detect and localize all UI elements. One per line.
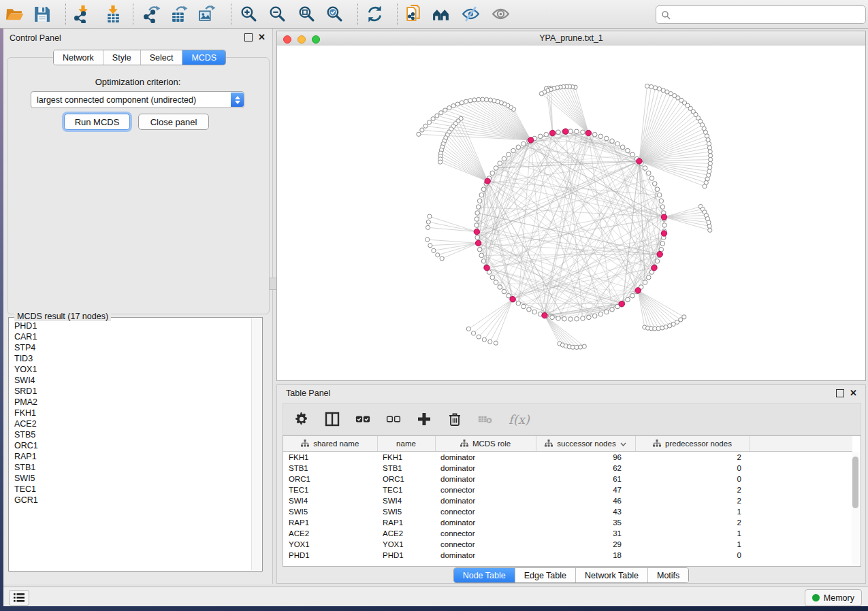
mcds-node-item[interactable]: ACE2 [10, 418, 251, 429]
zoom-in-icon[interactable] [240, 5, 258, 23]
run-mcds-button[interactable]: Run MCDS [64, 114, 130, 130]
table-cell [750, 528, 852, 539]
search-input[interactable] [673, 7, 865, 22]
table-cell: SWI5 [377, 506, 435, 517]
mcds-node-item[interactable]: CAR1 [10, 331, 251, 342]
export-network-icon[interactable] [143, 5, 161, 23]
zoom-out-icon[interactable] [268, 5, 287, 23]
delete-column-icon[interactable] [447, 412, 462, 427]
zoom-selected-icon[interactable] [325, 5, 344, 23]
select-all-icon[interactable] [355, 412, 370, 427]
save-session-icon[interactable] [33, 5, 51, 23]
column-header-predecessor-nodes[interactable]: predecessor nodes [635, 436, 750, 452]
mcds-node-item[interactable]: PHD1 [10, 320, 251, 331]
column-header-name[interactable]: name [377, 436, 435, 452]
table-options-icon[interactable] [294, 412, 309, 427]
table-scrollbar-thumb[interactable] [852, 457, 858, 508]
table-cell: 0 [635, 463, 750, 474]
mcds-node-item[interactable]: ORC1 [10, 440, 251, 451]
first-neighbors-icon[interactable] [432, 5, 450, 23]
table-cell: ACE2 [377, 528, 435, 539]
table-cell: dominator [435, 474, 536, 484]
table-cell [750, 539, 852, 550]
close-panel-icon[interactable]: ✕ [850, 390, 857, 397]
open-file-icon[interactable] [5, 5, 24, 23]
show-all-icon[interactable] [492, 5, 510, 23]
network-window-titlebar[interactable]: YPA_prune.txt_1 [277, 31, 865, 46]
deselect-all-icon[interactable] [386, 412, 401, 427]
import-table-icon[interactable] [103, 5, 122, 23]
memory-status-icon [812, 594, 820, 601]
mcds-node-item[interactable]: GCR1 [10, 495, 251, 506]
optimization-criterion-label: Optimization criterion: [3, 77, 272, 87]
control-panel: Control Panel ✕ NetworkStyleSelectMCDS O… [3, 29, 273, 584]
table-row[interactable]: ACE2ACE2connector311 [283, 528, 852, 539]
mcds-list-scrollbar[interactable] [251, 318, 261, 570]
mcds-node-item[interactable]: TID3 [10, 353, 251, 364]
refresh-icon[interactable] [366, 5, 384, 23]
table-cell [750, 506, 852, 517]
hide-selected-icon[interactable] [462, 5, 480, 23]
apply-function-icon[interactable]: f(x) [509, 412, 530, 427]
mcds-node-item[interactable]: FKH1 [10, 408, 251, 418]
table-row[interactable]: RAP1RAP1dominator352 [283, 517, 852, 528]
network-from-document-icon[interactable] [404, 5, 423, 23]
float-panel-icon[interactable] [244, 33, 253, 42]
table-cell: dominator [435, 495, 536, 506]
table-cell [750, 495, 852, 506]
mcds-node-item[interactable]: STB1 [10, 462, 251, 473]
table-row[interactable]: STB1STB1dominator620 [283, 463, 852, 474]
table-row[interactable]: SWI4SWI4dominator462 [283, 495, 852, 506]
close-panel-icon[interactable]: ✕ [258, 34, 266, 41]
mcds-node-item[interactable]: RAP1 [10, 451, 251, 462]
mcds-node-item[interactable]: TEC1 [10, 484, 251, 495]
mcds-node-item[interactable]: SWI4 [10, 375, 251, 386]
table-scrollbar[interactable] [852, 452, 859, 565]
table-cell: ORC1 [377, 474, 435, 484]
task-history-button[interactable] [9, 590, 29, 606]
tab-select[interactable]: Select [140, 50, 182, 65]
table-cell: 47 [536, 484, 635, 495]
float-panel-icon[interactable] [836, 389, 844, 397]
table-row[interactable]: TEC1TEC1connector472 [283, 484, 852, 495]
table-cell: RAP1 [377, 517, 435, 528]
delete-table-icon[interactable] [478, 412, 493, 427]
table-cell: 2 [635, 517, 750, 528]
tab-network-table[interactable]: Network Table [575, 568, 647, 582]
mcds-node-item[interactable]: YOX1 [10, 364, 251, 375]
column-header-successor-nodes[interactable]: successor nodes [536, 436, 635, 452]
toolbar-separator [133, 3, 133, 25]
table-row[interactable]: SWI5SWI5connector431 [283, 506, 852, 517]
memory-button[interactable]: Memory [805, 589, 862, 606]
mcds-node-item[interactable]: PMA2 [10, 397, 251, 408]
criterion-dropdown-value: largest connected component (undirected) [31, 95, 231, 105]
mcds-node-item[interactable]: STP4 [10, 342, 251, 353]
tab-motifs[interactable]: Motifs [647, 568, 688, 582]
mcds-node-item[interactable]: SRD1 [10, 386, 251, 397]
table-row[interactable]: FKH1FKH1dominator962 [283, 452, 852, 463]
criterion-dropdown[interactable]: largest connected component (undirected) [31, 91, 244, 108]
add-column-icon[interactable] [417, 412, 432, 427]
tab-edge-table[interactable]: Edge Table [515, 568, 575, 582]
show-columns-icon[interactable] [325, 412, 340, 427]
table-cell [750, 463, 852, 474]
table-row[interactable]: PHD1PHD1dominator180 [283, 550, 852, 561]
tab-network[interactable]: Network [54, 50, 103, 65]
table-cell: connector [435, 506, 536, 517]
table-row[interactable]: YOX1YOX1connector291 [283, 539, 852, 550]
column-header-mcds-role[interactable]: MCDS role [435, 436, 536, 452]
export-image-icon[interactable] [197, 5, 216, 23]
import-network-icon[interactable] [74, 5, 92, 23]
toolbar-separator [65, 3, 66, 25]
tab-style[interactable]: Style [103, 50, 140, 65]
column-header-shared-name[interactable]: shared name [283, 436, 377, 452]
mcds-node-item[interactable]: STB5 [10, 429, 251, 440]
tab-mcds[interactable]: MCDS [182, 50, 225, 65]
export-table-icon[interactable] [170, 5, 189, 23]
zoom-fit-icon[interactable] [298, 5, 316, 23]
table-row[interactable]: ORC1ORC1dominator610 [283, 474, 852, 484]
mcds-node-item[interactable]: SWI5 [10, 473, 251, 484]
network-graph[interactable] [277, 46, 865, 380]
close-panel-button[interactable]: Close panel [138, 114, 209, 130]
tab-node-table[interactable]: Node Table [454, 568, 515, 582]
